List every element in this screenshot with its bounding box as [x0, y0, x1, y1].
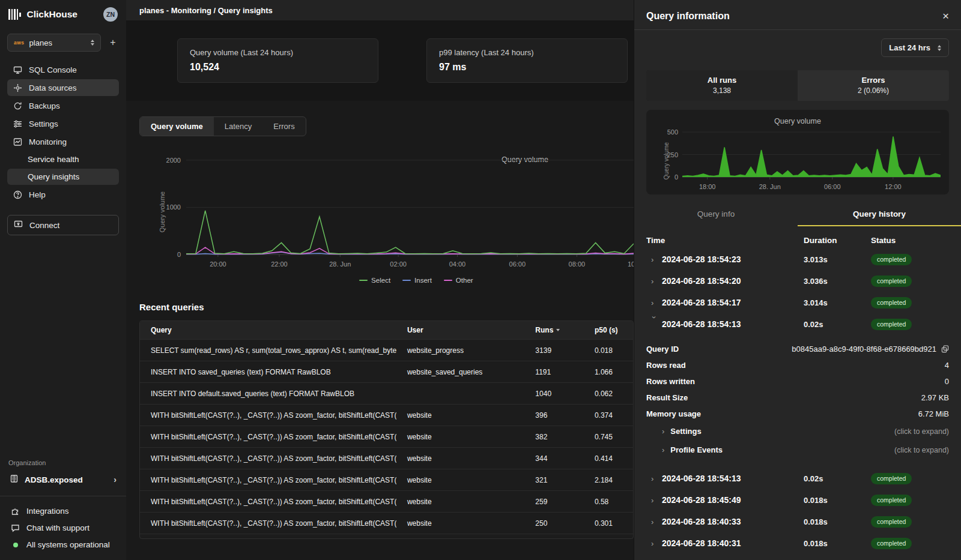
add-service-button[interactable]: + — [107, 37, 119, 48]
chevron-right-icon: › — [646, 298, 662, 307]
legend-item-other[interactable]: Other — [444, 277, 473, 284]
sidebar-item-integrations[interactable]: Integrations — [7, 504, 119, 519]
history-row-expanded[interactable]: › 2024-06-28 18:54:13 0.02s completed — [646, 313, 949, 335]
legend-item-select[interactable]: Select — [359, 277, 390, 284]
copy-icon[interactable] — [941, 345, 949, 353]
service-select[interactable]: aws planes — [7, 34, 101, 52]
history-header-row: Time Duration Status — [646, 233, 949, 248]
stat-value: 10,524 — [190, 62, 366, 73]
panel-title: Query information — [646, 11, 730, 22]
system-status-item[interactable]: All systems operational — [7, 537, 119, 552]
organization-name: ADSB.exposed — [25, 475, 83, 484]
status-badge: completed — [871, 538, 912, 549]
table-row[interactable]: WITH bitShiftLeft(CAST(?..), _CAST(?..))… — [140, 469, 633, 490]
sidebar-item-service-health[interactable]: Service health — [7, 151, 119, 167]
detail-row: Rows written0 — [646, 373, 949, 390]
history-row[interactable]: › 2024-06-28 18:54:23 3.013s completed — [646, 248, 949, 270]
tab-latency[interactable]: Latency — [214, 117, 263, 136]
query-volume-chart: Query volume Query volume 010002000 20:0… — [139, 155, 634, 284]
toggle-errors[interactable]: Errors 2 (0.06%) — [798, 70, 949, 101]
nav-label: Data sources — [29, 83, 77, 92]
sidebar-item-chat-support[interactable]: Chat with support — [7, 520, 119, 535]
chevron-right-icon: › — [646, 255, 662, 264]
recent-queries-title: Recent queries — [139, 302, 634, 312]
nav-label: SQL Console — [29, 65, 77, 74]
monitoring-icon — [13, 137, 22, 146]
column-header-status: Status — [871, 236, 949, 245]
panel-tabs: Query info Query history — [634, 204, 961, 226]
column-header-runs[interactable]: Runs — [524, 326, 584, 334]
connect-icon — [14, 220, 23, 230]
table-row[interactable]: WITH bitShiftLeft(CAST(?..), _CAST(?..))… — [140, 512, 633, 534]
sidebar: ClickHouse ZN aws planes + SQL Console D… — [0, 0, 126, 560]
integrations-icon — [11, 507, 20, 516]
table-row[interactable]: SELECT sum(read_rows) AS r, sum(total_ro… — [140, 339, 633, 361]
sidebar-item-settings[interactable]: Settings — [7, 115, 119, 132]
panel-query-volume-chart: Query volume Query volume 0250500 18:002… — [646, 110, 949, 194]
sidebar-item-help[interactable]: Help — [7, 186, 119, 203]
chevron-right-icon: › — [662, 445, 664, 454]
app-logo-row: ClickHouse ZN — [7, 6, 119, 25]
stat-value: 97 ms — [439, 62, 615, 73]
table-row[interactable]: WITH bitShiftLeft(CAST(?..), _CAST(?..))… — [140, 426, 633, 447]
status-badge: completed — [871, 297, 912, 309]
tab-query-volume[interactable]: Query volume — [140, 117, 214, 136]
organization-row[interactable]: ADSB.exposed › — [7, 472, 119, 487]
sidebar-item-data-sources[interactable]: Data sources — [7, 79, 119, 96]
toggle-all-runs[interactable]: All runs 3,138 — [646, 70, 798, 101]
table-row[interactable]: INSERT INTO default.saved_queries (text)… — [140, 382, 633, 404]
history-row[interactable]: › 2024-06-28 18:45:49 0.018s completed — [646, 489, 949, 511]
stats-band: Query volume (Last 24 hours) 10,524 p99 … — [126, 20, 634, 101]
history-row[interactable]: › 2024-06-28 18:54:20 3.036s completed — [646, 270, 949, 292]
table-row[interactable]: WITH bitShiftLeft(CAST(?..), _CAST(?..))… — [140, 490, 633, 512]
sidebar-item-backups[interactable]: Backups — [7, 97, 119, 114]
help-icon — [13, 190, 22, 199]
table-row[interactable]: WITH bitShiftLeft(CAST(?..), _CAST(?..))… — [140, 404, 633, 426]
chevron-right-icon: › — [646, 517, 662, 526]
sidebar-nav: SQL Console Data sources Backups Setting… — [7, 61, 119, 204]
stat-card-query-volume: Query volume (Last 24 hours) 10,524 — [177, 38, 378, 83]
tab-errors[interactable]: Errors — [262, 117, 305, 136]
sidebar-item-sql-console[interactable]: SQL Console — [7, 61, 119, 78]
status-badge: completed — [871, 516, 912, 528]
column-header-user: User — [396, 326, 524, 334]
select-caret-icon — [91, 40, 94, 46]
column-header-query: Query — [140, 326, 396, 334]
detail-row: Result Size2.97 KB — [646, 390, 949, 406]
sort-icon — [556, 329, 560, 331]
query-details: Query ID b0845aa9-a8c9-49f0-8f68-e678669… — [646, 335, 949, 460]
x-axis: 18:0028. Jun06:0012:00 — [682, 180, 941, 191]
breadcrumb: planes - Monitoring / Query insights — [126, 0, 634, 20]
nav-label: Settings — [29, 119, 58, 128]
tab-query-history[interactable]: Query history — [798, 204, 961, 226]
organization-icon — [10, 474, 19, 485]
table-row[interactable]: INSERT INTO saved_queries (text) FORMAT … — [140, 361, 633, 382]
time-range-select[interactable]: Last 24 hrs — [881, 38, 949, 57]
chart-plot-area: 18:0028. Jun06:0012:00 — [682, 130, 941, 191]
history-row[interactable]: › 2024-06-28 18:54:17 3.014s completed — [646, 292, 949, 313]
query-history-section: Time Duration Status › 2024-06-28 18:54:… — [634, 226, 961, 554]
query-information-panel: Query information × Last 24 hrs All runs… — [634, 0, 961, 560]
tab-query-info[interactable]: Query info — [634, 204, 798, 226]
backups-icon — [13, 101, 22, 110]
sidebar-item-query-insights[interactable]: Query insights — [7, 169, 119, 185]
close-icon[interactable]: × — [942, 10, 949, 22]
legend-swatch — [402, 280, 411, 282]
profile-events-expander[interactable]: › Profile Events (click to expand) — [646, 441, 949, 459]
sidebar-item-monitoring[interactable]: Monitoring — [7, 133, 119, 150]
console-icon — [13, 65, 22, 74]
stat-label: p99 latency (Last 24 hours) — [439, 48, 615, 57]
user-avatar[interactable]: ZN — [103, 7, 118, 22]
settings-expander[interactable]: › Settings (click to expand) — [646, 422, 949, 441]
column-header-time: Time — [646, 236, 804, 245]
y-axis: Query volume 0250500 — [655, 130, 682, 191]
history-row[interactable]: › 2024-06-28 18:40:33 0.018s completed — [646, 511, 949, 532]
connect-button[interactable]: Connect — [7, 215, 119, 235]
legend-item-insert[interactable]: Insert — [402, 277, 432, 284]
history-row[interactable]: › 2024-06-28 18:40:31 0.018s completed — [646, 532, 949, 554]
status-badge: completed — [871, 275, 912, 287]
status-badge: completed — [871, 473, 912, 484]
divider — [0, 496, 126, 496]
history-row[interactable]: › 2024-06-28 18:54:13 0.02s completed — [646, 468, 949, 489]
table-row[interactable]: WITH bitShiftLeft(CAST(?..), _CAST(?..))… — [140, 447, 633, 469]
